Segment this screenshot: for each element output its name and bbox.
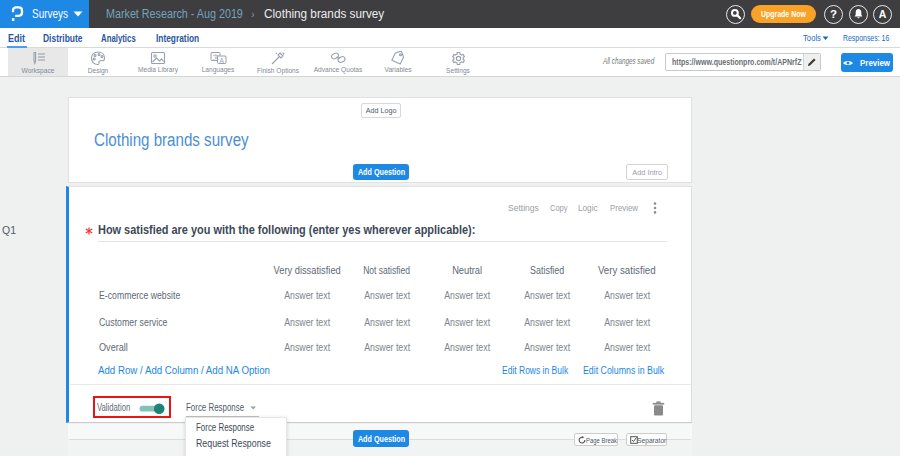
svg-text:文: 文 — [213, 53, 219, 60]
svg-text:A: A — [219, 57, 224, 64]
